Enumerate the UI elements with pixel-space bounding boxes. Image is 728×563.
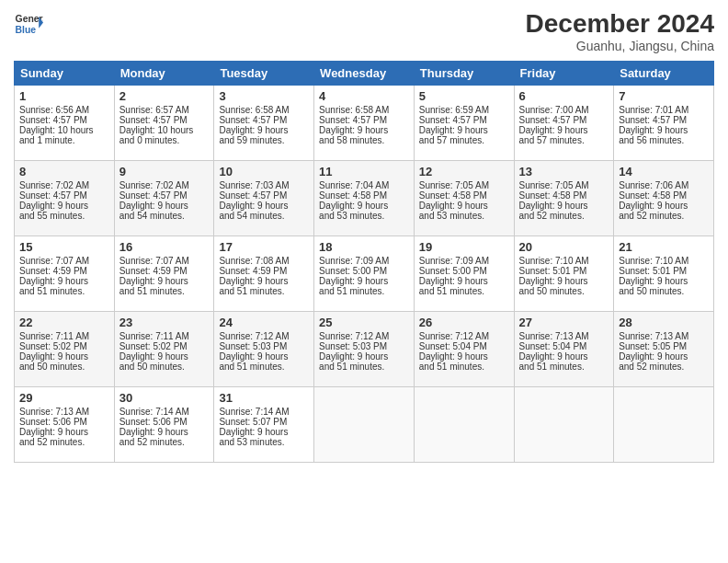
day-info: Sunset: 4:58 PM: [419, 190, 509, 201]
calendar-cell: 29Sunrise: 7:13 AMSunset: 5:06 PMDayligh…: [15, 387, 115, 463]
calendar-cell: 5Sunrise: 6:59 AMSunset: 4:57 PMDaylight…: [414, 86, 514, 161]
day-info: Sunset: 4:59 PM: [119, 266, 210, 276]
day-number: 12: [419, 165, 509, 178]
day-info: Sunrise: 7:00 AM: [519, 105, 609, 115]
calendar-cell: 1Sunrise: 6:56 AMSunset: 4:57 PMDaylight…: [15, 86, 115, 161]
day-number: 15: [19, 240, 109, 254]
day-info: Daylight: 9 hours: [219, 201, 309, 211]
day-info: Sunset: 5:01 PM: [619, 266, 709, 276]
calendar-cell: 13Sunrise: 7:05 AMSunset: 4:58 PMDayligh…: [514, 161, 614, 236]
day-info: Sunset: 5:06 PM: [119, 417, 210, 427]
day-info: Daylight: 9 hours: [119, 427, 210, 437]
day-info: Sunrise: 7:02 AM: [119, 180, 210, 190]
calendar-cell: 30Sunrise: 7:14 AMSunset: 5:06 PMDayligh…: [114, 387, 214, 463]
day-info: Sunrise: 7:06 AM: [619, 180, 709, 190]
day-info: Daylight: 9 hours: [519, 351, 609, 362]
day-info: Sunset: 5:02 PM: [119, 341, 210, 351]
title-block: December 2024 Guanhu, Jiangsu, China: [526, 9, 714, 53]
week-row-2: 8Sunrise: 7:02 AMSunset: 4:57 PMDaylight…: [15, 161, 714, 236]
week-row-4: 22Sunrise: 7:11 AMSunset: 5:02 PMDayligh…: [15, 312, 714, 387]
day-info: Daylight: 9 hours: [619, 201, 709, 211]
day-number: 31: [219, 391, 309, 405]
day-info: and 52 minutes.: [119, 437, 210, 447]
day-header-sunday: Sunday: [15, 62, 115, 86]
day-info: and 53 minutes.: [219, 437, 309, 447]
day-number: 7: [619, 89, 709, 103]
day-info: Daylight: 9 hours: [319, 276, 409, 286]
calendar-cell: [514, 387, 614, 463]
day-info: Sunset: 5:00 PM: [319, 266, 409, 276]
day-info: Daylight: 9 hours: [219, 276, 309, 286]
calendar-cell: [614, 387, 714, 463]
day-number: 28: [619, 316, 709, 329]
day-info: and 51 minutes.: [419, 286, 509, 296]
day-info: Sunset: 4:57 PM: [519, 115, 609, 125]
day-info: Sunrise: 7:12 AM: [219, 331, 309, 341]
calendar-cell: 4Sunrise: 6:58 AMSunset: 4:57 PMDaylight…: [314, 86, 415, 161]
day-number: 29: [19, 391, 109, 405]
page-container: General Blue December 2024 Guanhu, Jiang…: [0, 0, 728, 472]
day-info: Sunrise: 6:57 AM: [119, 105, 210, 115]
calendar-cell: 15Sunrise: 7:07 AMSunset: 4:59 PMDayligh…: [15, 236, 115, 312]
day-info: Sunrise: 7:04 AM: [319, 180, 409, 190]
day-info: Sunrise: 7:08 AM: [219, 256, 309, 266]
calendar-cell: 10Sunrise: 7:03 AMSunset: 4:57 PMDayligh…: [214, 161, 314, 236]
day-info: and 54 minutes.: [219, 211, 309, 221]
day-info: and 53 minutes.: [319, 211, 409, 221]
day-info: Daylight: 9 hours: [519, 276, 609, 286]
day-info: Sunrise: 7:13 AM: [19, 407, 109, 417]
day-info: Daylight: 9 hours: [619, 351, 709, 362]
day-info: Sunset: 5:03 PM: [219, 341, 309, 351]
day-info: Sunrise: 7:12 AM: [419, 331, 509, 341]
day-info: Sunrise: 7:10 AM: [619, 256, 709, 266]
day-info: Sunrise: 7:02 AM: [19, 180, 109, 190]
calendar-cell: 20Sunrise: 7:10 AMSunset: 5:01 PMDayligh…: [514, 236, 614, 312]
day-info: and 51 minutes.: [319, 362, 409, 372]
day-info: and 52 minutes.: [519, 211, 609, 221]
day-info: Sunset: 5:03 PM: [319, 341, 409, 351]
day-info: and 50 minutes.: [519, 286, 609, 296]
day-number: 27: [519, 316, 609, 329]
day-header-saturday: Saturday: [614, 62, 714, 86]
day-info: Sunrise: 7:13 AM: [619, 331, 709, 341]
day-number: 10: [219, 165, 309, 178]
calendar-cell: 24Sunrise: 7:12 AMSunset: 5:03 PMDayligh…: [214, 312, 314, 387]
day-info: Sunrise: 6:59 AM: [419, 105, 509, 115]
day-info: Daylight: 9 hours: [319, 351, 409, 362]
calendar-cell: 6Sunrise: 7:00 AMSunset: 4:57 PMDaylight…: [514, 86, 614, 161]
day-info: Sunset: 4:57 PM: [219, 190, 309, 201]
week-row-1: 1Sunrise: 6:56 AMSunset: 4:57 PMDaylight…: [15, 86, 714, 161]
day-info: Sunset: 4:57 PM: [419, 115, 509, 125]
calendar-cell: 31Sunrise: 7:14 AMSunset: 5:07 PMDayligh…: [214, 387, 314, 463]
day-info: and 50 minutes.: [619, 286, 709, 296]
day-info: Daylight: 9 hours: [419, 201, 509, 211]
day-info: Daylight: 9 hours: [219, 125, 309, 135]
day-info: Daylight: 9 hours: [19, 276, 109, 286]
day-info: and 50 minutes.: [119, 362, 210, 372]
day-info: Sunset: 4:57 PM: [19, 190, 109, 201]
day-info: and 55 minutes.: [19, 211, 109, 221]
calendar-cell: 2Sunrise: 6:57 AMSunset: 4:57 PMDaylight…: [114, 86, 214, 161]
day-info: Daylight: 9 hours: [419, 125, 509, 135]
day-info: and 57 minutes.: [519, 135, 609, 145]
week-row-3: 15Sunrise: 7:07 AMSunset: 4:59 PMDayligh…: [15, 236, 714, 312]
day-info: Sunset: 5:04 PM: [519, 341, 609, 351]
day-info: Daylight: 9 hours: [19, 427, 109, 437]
day-info: Daylight: 9 hours: [519, 125, 609, 135]
svg-text:Blue: Blue: [16, 25, 37, 35]
day-header-monday: Monday: [114, 62, 214, 86]
week-row-5: 29Sunrise: 7:13 AMSunset: 5:06 PMDayligh…: [15, 387, 714, 463]
day-info: Sunset: 5:06 PM: [19, 417, 109, 427]
day-info: Sunrise: 7:05 AM: [519, 180, 609, 190]
day-number: 26: [419, 316, 509, 329]
calendar-cell: 21Sunrise: 7:10 AMSunset: 5:01 PMDayligh…: [614, 236, 714, 312]
day-info: and 51 minutes.: [219, 362, 309, 372]
day-number: 2: [119, 89, 210, 103]
day-info: and 51 minutes.: [219, 286, 309, 296]
calendar-cell: 25Sunrise: 7:12 AMSunset: 5:03 PMDayligh…: [314, 312, 415, 387]
day-number: 8: [19, 165, 109, 178]
day-info: Sunset: 4:58 PM: [519, 190, 609, 201]
calendar-cell: 26Sunrise: 7:12 AMSunset: 5:04 PMDayligh…: [414, 312, 514, 387]
day-info: Sunrise: 6:56 AM: [19, 105, 109, 115]
calendar-table: SundayMondayTuesdayWednesdayThursdayFrid…: [14, 61, 714, 463]
